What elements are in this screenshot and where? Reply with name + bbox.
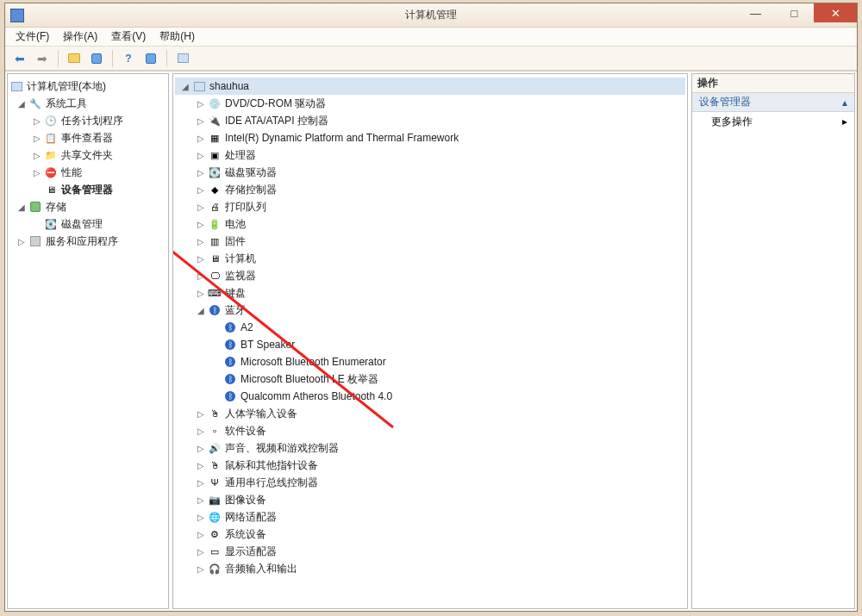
expand-icon[interactable]: ▷ [196, 115, 206, 126]
tree-item[interactable]: ▷📋事件查看器 [9, 129, 166, 146]
storage-icon [28, 200, 42, 214]
device-item[interactable]: ▷▫软件设备 [175, 422, 685, 439]
props-button[interactable] [87, 49, 106, 68]
expand-icon[interactable]: ▷ [196, 202, 206, 212]
actions-section[interactable]: 设备管理器 ▴ [692, 93, 854, 112]
device-item[interactable]: ▷📷图像设备 [175, 491, 685, 508]
device-item[interactable]: ▷▭显示适配器 [175, 543, 685, 560]
forward-button[interactable]: ➡ [33, 49, 52, 68]
tree-storage[interactable]: ◢ 存储 [9, 198, 166, 215]
device-root[interactable]: ◢ shauhua [175, 78, 685, 95]
device-item[interactable]: ▷🖱鼠标和其他指针设备 [175, 457, 685, 474]
device-item[interactable]: ▷▦Intel(R) Dynamic Platform and Thermal … [175, 129, 685, 146]
expand-icon[interactable]: ▷ [196, 512, 206, 522]
tree-item[interactable]: 💽磁盘管理 [9, 215, 166, 233]
expand-icon[interactable] [32, 184, 42, 195]
expand-icon[interactable]: ◢ [196, 305, 206, 315]
expand-icon[interactable]: ▷ [196, 408, 206, 419]
expand-icon[interactable]: ▷ [196, 426, 206, 436]
device-item[interactable]: ▷💽磁盘驱动器 [175, 164, 685, 181]
device-bt-item[interactable]: ᛒMicrosoft Bluetooth LE 枚举器 [175, 370, 685, 388]
expand-icon[interactable]: ◢ [180, 81, 191, 91]
device-item[interactable]: ▷▣处理器 [175, 146, 685, 164]
device-item[interactable]: ▷🖨打印队列 [175, 198, 685, 215]
services-icon [28, 234, 42, 248]
actions-more[interactable]: 更多操作 ▸ [692, 112, 854, 131]
device-item[interactable]: ▷▥固件 [175, 233, 685, 250]
device-item[interactable]: ▷Ψ通用串行总线控制器 [175, 474, 685, 491]
device-bt-item[interactable]: ᛒA2 [175, 319, 685, 336]
expand-icon[interactable]: ◢ [16, 98, 27, 109]
device-item[interactable]: ▷◆存储控制器 [175, 181, 685, 198]
device-bt-item[interactable]: ᛒQualcomm Atheros Bluetooth 4.0 [175, 388, 685, 405]
help-button[interactable]: ? [119, 49, 138, 68]
close-button[interactable]: ✕ [814, 3, 857, 22]
audio-icon: 🎧 [208, 562, 222, 576]
minimize-button[interactable]: — [736, 3, 775, 22]
tree-systools[interactable]: ◢ 🔧 系统工具 [9, 95, 166, 112]
up-button[interactable] [65, 49, 84, 68]
expand-icon[interactable]: ▷ [196, 184, 206, 195]
expand-icon[interactable]: ▷ [32, 133, 42, 143]
back-button[interactable]: ⬅ [10, 49, 29, 68]
expand-icon[interactable]: ▷ [32, 150, 42, 160]
tree-item[interactable]: ▷📁共享文件夹 [9, 146, 166, 164]
device-item[interactable]: ▷🖥计算机 [175, 250, 685, 267]
maximize-button[interactable]: □ [775, 3, 814, 22]
expand-icon[interactable]: ▷ [196, 98, 206, 109]
device-item[interactable]: ▷🖵监视器 [175, 267, 685, 284]
refresh-button[interactable] [141, 49, 160, 68]
tree-root[interactable]: 计算机管理(本地) [9, 78, 166, 95]
device-label: 固件 [225, 234, 246, 249]
expand-icon[interactable]: ▷ [196, 219, 206, 229]
menu-view[interactable]: 查看(V) [106, 28, 151, 46]
device-label: A2 [240, 321, 253, 333]
device-item[interactable]: ▷💿DVD/CD-ROM 驱动器 [175, 95, 685, 112]
device-item[interactable]: ▷🖱人体学输入设备 [175, 405, 685, 422]
menu-action[interactable]: 操作(A) [58, 28, 103, 46]
expand-icon[interactable]: ▷ [196, 443, 206, 453]
device-item[interactable]: ▷⚙系统设备 [175, 526, 685, 543]
expand-icon[interactable]: ▷ [196, 495, 206, 505]
tree-services[interactable]: ▷ 服务和应用程序 [9, 233, 166, 250]
menu-file[interactable]: 文件(F) [10, 28, 54, 46]
device-bt-item[interactable]: ᛒBT Speaker [175, 336, 685, 353]
device-bt-item[interactable]: ᛒMicrosoft Bluetooth Enumerator [175, 353, 685, 370]
device-item[interactable]: ▷🔌IDE ATA/ATAPI 控制器 [175, 112, 685, 129]
expand-icon[interactable]: ▷ [196, 288, 206, 298]
expand-icon[interactable]: ▷ [196, 271, 206, 281]
device-item[interactable]: ▷🎧音频输入和输出 [175, 560, 685, 577]
device-label: 人体学输入设备 [225, 407, 297, 421]
expand-icon[interactable]: ▷ [32, 115, 42, 126]
expand-icon[interactable]: ▷ [196, 563, 206, 574]
mon-icon: 🖵 [208, 269, 222, 283]
expand-icon[interactable]: ▷ [196, 477, 206, 488]
menu-help[interactable]: 帮助(H) [154, 28, 200, 46]
device-item[interactable]: ▷⌨键盘 [175, 284, 685, 302]
show-button[interactable] [173, 49, 192, 68]
expand-icon[interactable]: ▷ [16, 236, 27, 246]
device-label: 系统设备 [225, 527, 266, 542]
left-tree[interactable]: 计算机管理(本地) ◢ 🔧 系统工具 ▷🕒任务计划程序▷📋事件查看器▷📁共享文件… [8, 74, 168, 253]
expand-icon[interactable]: ▷ [196, 133, 206, 143]
expand-icon[interactable]: ▷ [196, 529, 206, 539]
cpu-icon: ▣ [208, 148, 222, 162]
tree-item[interactable]: 🖥设备管理器 [9, 181, 166, 198]
tree-item[interactable]: ▷🕒任务计划程序 [9, 112, 166, 129]
expand-icon[interactable]: ◢ [16, 202, 27, 212]
expand-icon[interactable]: ▷ [196, 167, 206, 177]
expand-icon[interactable]: ▷ [196, 460, 206, 470]
expand-icon[interactable]: ▷ [196, 236, 206, 246]
expand-icon[interactable]: ▷ [196, 253, 206, 264]
device-label: 存储控制器 [225, 183, 277, 197]
device-item[interactable]: ▷🌐网络适配器 [175, 508, 685, 526]
device-item[interactable]: ▷🔊声音、视频和游戏控制器 [175, 439, 685, 457]
device-item[interactable]: ▷🔋电池 [175, 215, 685, 233]
device-tree[interactable]: ◢ shauhua ▷💿DVD/CD-ROM 驱动器▷🔌IDE ATA/ATAP… [173, 74, 687, 581]
expand-icon[interactable]: ▷ [32, 167, 42, 177]
expand-icon[interactable]: ▷ [196, 150, 206, 160]
device-bluetooth[interactable]: ◢ ᛒ 蓝牙 [175, 302, 685, 319]
device-label: BT Speaker [240, 339, 295, 351]
expand-icon[interactable]: ▷ [196, 546, 206, 557]
tree-item[interactable]: ▷⛔性能 [9, 164, 166, 181]
